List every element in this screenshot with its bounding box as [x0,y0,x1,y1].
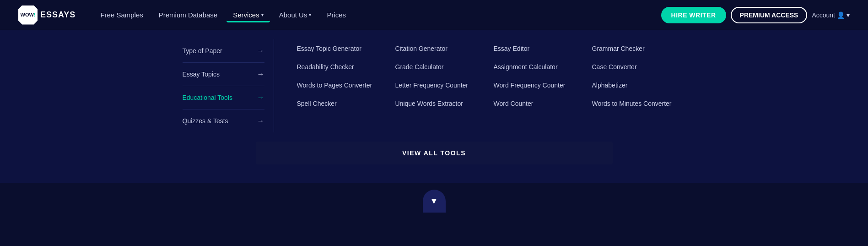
premium-access-button[interactable]: PREMIUM ACCESS [731,7,808,23]
view-all-label: VIEW ALL TOOLS [402,149,466,157]
aboutus-chevron-icon: ▾ [309,12,311,17]
bottom-area: ▼ [0,183,868,210]
account-chevron-icon: ▾ [846,11,850,19]
logo-text: ESSAYS [40,10,75,20]
chevron-down-icon: ▼ [430,197,438,206]
nav-free-samples[interactable]: Free Samples [94,7,149,22]
services-dropdown: Type of Paper → Essay Topics → Education… [0,30,868,183]
sidebar-item-essay-topics[interactable]: Essay Topics → [183,63,264,86]
tools-col-4: Grammar Checker Case Converter Alphabeti… [588,39,686,132]
nav-services[interactable]: Services ▾ [226,7,270,22]
hire-writer-button[interactable]: HIRE WRITER [661,7,726,23]
account-user-icon: 👤 [837,11,845,19]
tools-grid: Essay Topic Generator Readability Checke… [274,39,686,132]
nav-actions: HIRE WRITER PREMIUM ACCESS Account 👤 ▾ [661,7,850,23]
tool-word-frequency-counter[interactable]: Word Frequency Counter [494,76,583,94]
nav-premium-database[interactable]: Premium Database [152,7,224,22]
services-chevron-icon: ▾ [261,12,264,17]
arrow-icon-educational-tools: → [257,93,264,102]
logo-wow-text: WOW! [21,12,36,17]
tool-words-to-pages-converter[interactable]: Words to Pages Converter [297,76,386,94]
tool-essay-editor[interactable]: Essay Editor [494,39,583,58]
sidebar-item-educational-tools[interactable]: Educational Tools → [183,86,264,109]
tools-col-2: Citation Generator Grade Calculator Lett… [391,39,489,132]
tool-alphabetizer[interactable]: Alphabetizer [592,76,681,94]
account-button[interactable]: Account 👤 ▾ [812,11,850,19]
arrow-icon-essay-topics: → [257,70,264,78]
tool-word-counter[interactable]: Word Counter [494,94,583,113]
tool-readability-checker[interactable]: Readability Checker [297,58,386,76]
tool-words-to-minutes-converter[interactable]: Words to Minutes Converter [592,94,681,113]
tool-assignment-calculator[interactable]: Assignment Calculator [494,58,583,76]
tool-citation-generator[interactable]: Citation Generator [395,39,485,58]
view-all-tools-bar[interactable]: VIEW ALL TOOLS [256,142,613,164]
tool-essay-topic-generator[interactable]: Essay Topic Generator [297,39,386,58]
sidebar-item-type-of-paper[interactable]: Type of Paper → [183,39,264,63]
logo-badge: WOW! [18,5,38,25]
arrow-icon-quizzes-tests: → [257,117,264,125]
tool-letter-frequency-counter[interactable]: Letter Frequency Counter [395,76,485,94]
tool-spell-checker[interactable]: Spell Checker [297,94,386,113]
tool-case-converter[interactable]: Case Converter [592,58,681,76]
tools-col-1: Essay Topic Generator Readability Checke… [292,39,391,132]
navbar: WOW! ESSAYS Free Samples Premium Databas… [0,0,868,30]
scroll-down-icon: ▼ [423,190,446,213]
logo-link[interactable]: WOW! ESSAYS [18,5,75,25]
dropdown-inner: Type of Paper → Essay Topics → Education… [183,39,686,132]
sidebar-item-quizzes-tests[interactable]: Quizzes & Tests → [183,109,264,132]
tool-grade-calculator[interactable]: Grade Calculator [395,58,485,76]
tool-unique-words-extractor[interactable]: Unique Words Extractor [395,94,485,113]
tool-grammar-checker[interactable]: Grammar Checker [592,39,681,58]
arrow-icon-type-of-paper: → [257,47,264,55]
nav-prices[interactable]: Prices [320,7,352,22]
nav-links: Free Samples Premium Database Services ▾… [94,7,661,22]
sidebar-menu: Type of Paper → Essay Topics → Education… [183,39,274,132]
tools-col-3: Essay Editor Assignment Calculator Word … [489,39,588,132]
nav-about-us[interactable]: About Us ▾ [273,7,318,22]
